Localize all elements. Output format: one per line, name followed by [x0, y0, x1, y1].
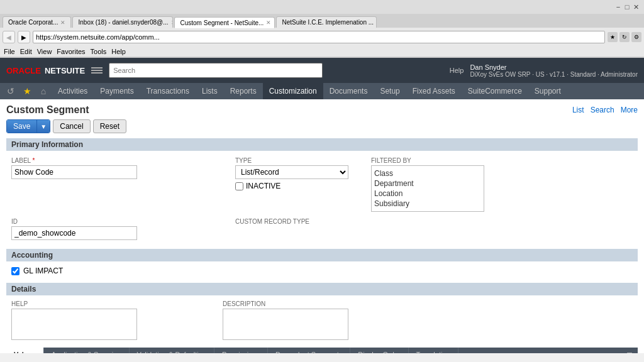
- browser-titlebar: − □ ✕: [0, 0, 644, 14]
- browser-tab-3[interactable]: Custom Segment - NetSuite... ✕: [174, 17, 275, 28]
- type-field-label: TYPE: [235, 157, 348, 164]
- accounting-header: Accounting: [6, 249, 638, 261]
- search-link[interactable]: Search: [591, 106, 614, 114]
- nav-home-icon[interactable]: ⌂: [35, 83, 52, 99]
- menu-help[interactable]: Help: [111, 48, 126, 55]
- nav-back-icon[interactable]: ↺: [3, 83, 19, 99]
- type-select[interactable]: List/Record: [235, 165, 348, 179]
- id-input[interactable]: [11, 226, 137, 240]
- menu-bars-icon: [91, 67, 103, 74]
- filtered-by-field: FILTERED BY Class Department Location Su…: [371, 157, 484, 212]
- netsuite-app: ORACLE NETSUITE Help Dan Snyder DiXoy Sv…: [0, 58, 644, 353]
- menu-favorites[interactable]: Favorites: [57, 48, 85, 55]
- tab-permissions[interactable]: Permissions: [214, 348, 268, 353]
- tab-validation-defaulting[interactable]: Validation & Defaulting: [130, 348, 214, 353]
- gl-impact-label: GL IMPACT: [23, 266, 63, 275]
- nav-customization[interactable]: Customization: [263, 83, 323, 99]
- filtered-by-box: Class Department Location Subsidiary: [371, 165, 484, 212]
- sub-tabs: Values Application & Sourcing Validation…: [6, 348, 638, 353]
- description-field: DESCRIPTION: [223, 300, 348, 340]
- filter-class: Class: [374, 168, 481, 178]
- ns-nav: ↺ ★ ⌂ Activities Payments Transactions L…: [0, 83, 644, 99]
- tab-close-icon[interactable]: ✕: [376, 19, 377, 26]
- ns-header: ORACLE NETSUITE Help Dan Snyder DiXoy Sv…: [0, 58, 644, 83]
- nav-lists[interactable]: Lists: [196, 83, 224, 99]
- netsuite-logo-text: NETSUITE: [45, 66, 85, 75]
- filter-department: Department: [374, 178, 481, 189]
- tab-display-order[interactable]: Display Order: [350, 348, 408, 353]
- menu-view[interactable]: View: [37, 48, 52, 55]
- user-detail: DiXoy SvEs OW SRP · US · v17.1 · Standar…: [470, 71, 638, 78]
- save-dropdown-button[interactable]: ▼: [36, 120, 50, 133]
- tab-values[interactable]: Values: [6, 348, 44, 353]
- nav-transactions[interactable]: Transactions: [140, 83, 196, 99]
- tab-close-icon[interactable]: ✕: [266, 19, 271, 26]
- browser-menubar: File Edit View Favorites Tools Help: [0, 47, 644, 57]
- minimize-button[interactable]: −: [614, 3, 623, 11]
- help-link[interactable]: Help: [450, 67, 464, 74]
- page-content: Custom Segment List Search More Save ▼ C…: [0, 99, 644, 353]
- tab-translation[interactable]: Translation: [409, 348, 458, 353]
- page-title: Custom Segment: [6, 104, 89, 116]
- details-header: Details: [6, 283, 638, 295]
- id-field: ID: [11, 218, 137, 240]
- help-label: HELP: [11, 300, 137, 307]
- nav-suite-commerce[interactable]: SuiteCommerce: [462, 83, 528, 99]
- nav-documents[interactable]: Documents: [323, 83, 374, 99]
- nav-star-icon[interactable]: ★: [19, 83, 35, 99]
- close-button[interactable]: ✕: [631, 3, 640, 11]
- browser-tab-1[interactable]: Oracle Corporat... ✕: [3, 16, 71, 28]
- nav-activities[interactable]: Activities: [52, 83, 94, 99]
- form-toolbar: Save ▼ Cancel Reset: [6, 119, 638, 133]
- gl-impact-checkbox[interactable]: [11, 267, 19, 275]
- browser-tab-4[interactable]: NetSuite I.C.E. Implemenation ... ✕: [276, 16, 377, 28]
- nav-setup[interactable]: Setup: [374, 83, 406, 99]
- page-header: Custom Segment List Search More: [6, 104, 638, 116]
- tabs-bar: Oracle Corporat... ✕ Inbox (18) - daniel…: [0, 14, 644, 28]
- custom-record-type-label: CUSTOM RECORD TYPE: [235, 218, 309, 225]
- id-field-label: ID: [11, 218, 137, 225]
- menu-edit[interactable]: Edit: [20, 48, 32, 55]
- label-input[interactable]: [11, 165, 137, 179]
- tab-dependent-segments[interactable]: Dependent Segments: [268, 348, 350, 353]
- inactive-label: INACTIVE: [246, 182, 280, 190]
- ns-logo: ORACLE NETSUITE: [6, 66, 103, 75]
- forward-button[interactable]: ▶: [18, 31, 30, 43]
- menu-file[interactable]: File: [4, 48, 15, 55]
- more-link[interactable]: More: [621, 106, 638, 114]
- nav-reports[interactable]: Reports: [224, 83, 263, 99]
- save-button[interactable]: Save: [7, 120, 36, 133]
- inactive-checkbox[interactable]: [235, 182, 243, 190]
- refresh-icon[interactable]: ↻: [619, 32, 630, 42]
- page-header-links: List Search More: [572, 106, 638, 114]
- primary-info-row2: ID CUSTOM RECORD TYPE: [11, 217, 633, 241]
- menu-tools[interactable]: Tools: [91, 48, 107, 55]
- back-button[interactable]: ◀: [3, 31, 15, 43]
- settings-icon[interactable]: ⚙: [631, 32, 641, 42]
- tab-label: Oracle Corporat...: [8, 19, 58, 26]
- description-textarea[interactable]: [223, 309, 348, 340]
- primary-info-section: Primary Information LABEL * TYPE: [6, 138, 638, 244]
- browser-toolbar: ◀ ▶ ★ ↻ ⚙: [0, 28, 644, 47]
- cancel-button[interactable]: Cancel: [53, 119, 90, 133]
- primary-info-header: Primary Information: [6, 138, 638, 151]
- tab-application-sourcing[interactable]: Application & Sourcing: [44, 348, 130, 353]
- user-name: Dan Snyder: [470, 63, 638, 71]
- expand-icon[interactable]: ⊞: [621, 348, 638, 353]
- global-search-input[interactable]: [109, 63, 323, 78]
- browser-tab-2[interactable]: Inbox (18) - daniel.snyder08@... ✕: [72, 16, 173, 28]
- user-profile[interactable]: Dan Snyder DiXoy SvEs OW SRP · US · v17.…: [470, 63, 638, 78]
- url-bar[interactable]: [33, 31, 605, 43]
- nav-fixed-assets[interactable]: Fixed Assets: [406, 83, 462, 99]
- tab-close-icon[interactable]: ✕: [171, 19, 174, 26]
- nav-support[interactable]: Support: [528, 83, 567, 99]
- oracle-logo-text: ORACLE: [6, 66, 41, 75]
- nav-payments[interactable]: Payments: [94, 83, 140, 99]
- type-field: TYPE List/Record INACTIVE: [235, 157, 348, 212]
- help-textarea[interactable]: [11, 309, 137, 340]
- maximize-button[interactable]: □: [623, 3, 631, 11]
- list-link[interactable]: List: [572, 106, 584, 114]
- tab-close-icon[interactable]: ✕: [60, 19, 65, 26]
- tab-label: Custom Segment - NetSuite...: [180, 19, 264, 26]
- reset-button[interactable]: Reset: [93, 119, 126, 133]
